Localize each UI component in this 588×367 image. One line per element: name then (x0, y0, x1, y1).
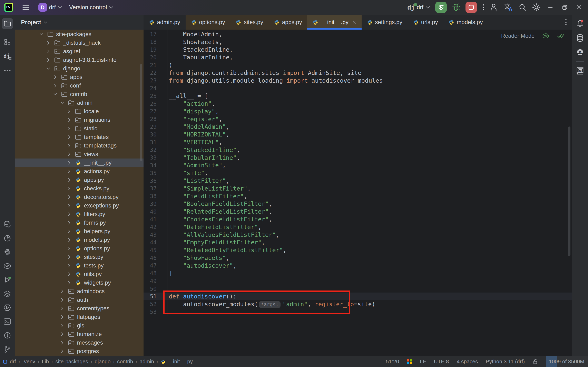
python-console-tool-button[interactable] (2, 247, 13, 258)
restore-button[interactable] (560, 3, 569, 12)
search-everywhere-button[interactable] (519, 3, 527, 11)
breadcrumb-item[interactable]: __init__.py (161, 359, 193, 365)
code-line-45[interactable]: 45 "RelatedOnlyFieldListFilter", (144, 246, 572, 254)
editor-tab[interactable]: models.py (443, 15, 488, 30)
tree-item-static[interactable]: static (15, 124, 144, 133)
indentation[interactable]: 4 spaces (457, 359, 478, 365)
editor-tab[interactable]: admin.py (144, 15, 186, 30)
code-line-39[interactable]: 39 "BooleanFieldListFilter", (144, 200, 572, 208)
tree-item-templates[interactable]: templates (15, 133, 144, 141)
tree-item--init-py[interactable]: __init__.py (15, 158, 144, 167)
close-icon[interactable] (352, 20, 356, 24)
profiler-tool-button[interactable] (2, 233, 13, 244)
problems-tool-button[interactable] (2, 330, 13, 341)
tree-item-decorators-py[interactable]: decorators.py (15, 193, 144, 201)
code-line-43[interactable]: 43 "AllValuesFieldListFilter", (144, 231, 572, 239)
code-line-21[interactable]: 21) (144, 61, 572, 69)
tree-item-sites-py[interactable]: sites.py (15, 253, 144, 261)
breadcrumb-item[interactable]: django (95, 359, 111, 365)
code-line-30[interactable]: 30 "HORIZONTAL", (144, 131, 572, 138)
tree-item-auth[interactable]: auth (15, 296, 144, 304)
tree-item-views[interactable]: views (15, 150, 144, 158)
breadcrumb-item[interactable]: drf (10, 359, 16, 365)
code-line-44[interactable]: 44 "EmptyFieldListFilter", (144, 239, 572, 246)
code-line-34[interactable]: 34 "AdminSite", (144, 162, 572, 169)
code-line-48[interactable]: 48] (144, 269, 572, 277)
code-line-32[interactable]: 32 "StackedInline", (144, 146, 572, 154)
translate-button[interactable]: A (504, 3, 513, 12)
tree-item-conf[interactable]: conf (15, 81, 144, 90)
project-widget[interactable]: D drf (38, 3, 62, 12)
line-ending[interactable]: LF (420, 359, 426, 365)
code-line-38[interactable]: 38 "FieldListFilter", (144, 192, 572, 200)
terminal-tool-button[interactable] (2, 316, 13, 327)
code-line-26[interactable]: 26 "action", (144, 100, 572, 108)
code-line-28[interactable]: 28 "register", (144, 115, 572, 123)
tree-item-flatpages[interactable]: flatpages (15, 313, 144, 321)
version-control-tool-button[interactable] (2, 344, 13, 355)
caret-position[interactable]: 51:20 (386, 359, 399, 365)
tree-item-models-py[interactable]: models.py (15, 236, 144, 244)
tree-item-tests-py[interactable]: tests.py (15, 261, 144, 270)
all-checks-passed-icon[interactable] (557, 33, 565, 39)
tree-item-contrib[interactable]: contrib (15, 90, 144, 99)
breadcrumb-item[interactable]: .venv (22, 359, 35, 365)
code-line-37[interactable]: 37 "SimpleListFilter", (144, 185, 572, 192)
code-line-42[interactable]: 42 "DateFieldListFilter", (144, 223, 572, 231)
editor-tab[interactable]: settings.py (362, 15, 408, 30)
python-packages-tool-button[interactable] (2, 260, 13, 272)
run-tool-button[interactable] (2, 274, 13, 285)
tree-item-options-py[interactable]: options.py (15, 244, 144, 253)
code-line-20[interactable]: 20 TabularInline, (144, 53, 572, 61)
project-tool-button[interactable] (2, 18, 13, 29)
code-line-29[interactable]: 29 "ModelAdmin", (144, 123, 572, 131)
more-actions-button[interactable] (482, 3, 484, 11)
tree-item-filters-py[interactable]: filters.py (15, 210, 144, 218)
django-structure-tool-button[interactable]: dj (2, 51, 13, 62)
code-line-27[interactable]: 27 "display", (144, 108, 572, 115)
tree-item-asgiref[interactable]: asgiref (15, 47, 144, 56)
code-editor[interactable]: 17 ModelAdmin,18 ShowFacets,19 StackedIn… (144, 30, 572, 356)
tree-item-widgets-py[interactable]: widgets.py (15, 278, 144, 287)
menu-version-control[interactable]: Version control (69, 4, 113, 11)
breadcrumb-item[interactable]: contrib (117, 359, 133, 365)
code-line-35[interactable]: 35 "site", (144, 169, 572, 177)
hamburger-menu-icon[interactable] (20, 2, 31, 13)
rerun-button[interactable] (435, 2, 447, 13)
reader-mode-label[interactable]: Reader Mode (501, 33, 535, 39)
tree-item-admindocs[interactable]: admindocs (15, 287, 144, 296)
memory-indicator[interactable]: 1009 of 3500M (546, 356, 588, 367)
structure-tool-button[interactable] (2, 36, 13, 48)
code-line-24[interactable]: 24 (144, 84, 572, 92)
tree-item-apps-py[interactable]: apps.py (15, 176, 144, 184)
more-tool-windows-button[interactable] (2, 65, 13, 76)
code-line-46[interactable]: 46 "ShowFacets", (144, 254, 572, 262)
tree-item-templatetags[interactable]: templatetags (15, 141, 144, 150)
tab-options-button[interactable] (565, 19, 567, 26)
data-source-tool-button[interactable] (2, 219, 13, 230)
services-tool-button[interactable] (2, 288, 13, 299)
x-circle-plugin-button[interactable]: X (575, 47, 586, 58)
tree-item-site-packages[interactable]: site-packages (15, 30, 144, 39)
code-line-36[interactable]: 36 "ListFilter", (144, 177, 572, 185)
tree-item-forms-py[interactable]: forms.py (15, 218, 144, 227)
tree-item-contenttypes[interactable]: contenttypes (15, 304, 144, 313)
code-line-49[interactable]: 49 (144, 277, 572, 285)
code-line-33[interactable]: 33 "TabularInline", (144, 154, 572, 162)
code-line-19[interactable]: 19 StackedInline, (144, 46, 572, 54)
tree-item-gis[interactable]: gis (15, 321, 144, 330)
code-line-25[interactable]: 25__all__ = [ (144, 92, 572, 100)
tree-item-migrations[interactable]: migrations (15, 116, 144, 124)
run-anything-tool-button[interactable] (2, 302, 13, 313)
tree-item-humanize[interactable]: humanize (15, 330, 144, 338)
tree-item--distutils-hack[interactable]: _distutils_hack (15, 39, 144, 47)
tree-item-actions-py[interactable]: actions.py (15, 167, 144, 176)
tree-item-apps[interactable]: apps (15, 73, 144, 81)
code-line-31[interactable]: 31 "VERTICAL", (144, 138, 572, 146)
code-with-me-button[interactable] (490, 3, 499, 12)
close-button[interactable] (575, 3, 584, 12)
debug-button[interactable] (452, 3, 460, 11)
minimize-button[interactable] (546, 3, 555, 12)
project-tree-scrollbar[interactable] (140, 64, 142, 161)
run-configuration-widget[interactable]: dj drf (407, 4, 430, 11)
